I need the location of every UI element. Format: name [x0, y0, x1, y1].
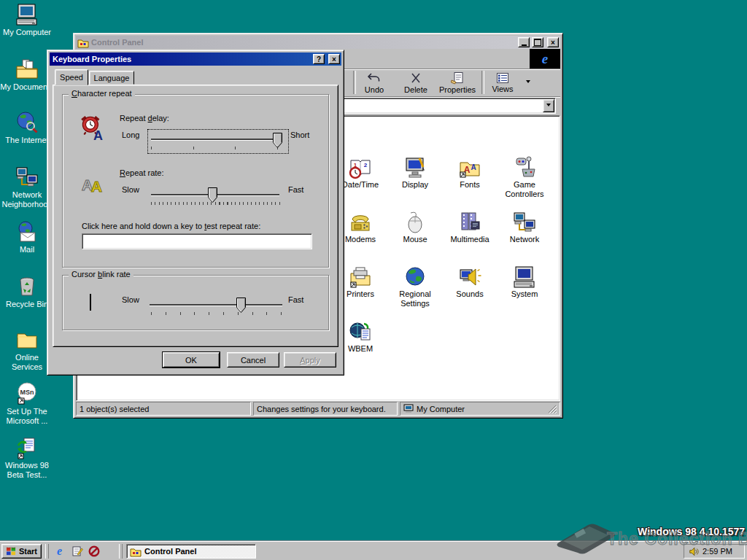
resize-grip[interactable] [548, 405, 557, 413]
window-title: Control Panel [91, 38, 516, 47]
desktop-icon-setup-msn[interactable]: MSn Set Up The Microsoft ... [0, 382, 54, 426]
close-button[interactable]: × [547, 37, 559, 47]
control-panel-folder-icon [130, 546, 142, 557]
slider-tick [193, 147, 194, 149]
repeat-rate-min-label: Slow [122, 185, 139, 194]
clock[interactable]: 2:59 PM [703, 547, 732, 556]
views-label: Views [492, 85, 513, 93]
views-button[interactable]: Views [484, 70, 521, 95]
delete-label: Delete [404, 85, 427, 94]
desktop-icon-recycle-bin[interactable]: Recycle Bin [0, 275, 54, 309]
cursor-blink-slider-thumb[interactable] [236, 298, 246, 313]
desktop-icon-label: Network Neighborhood [0, 190, 54, 209]
internet-globe-icon [15, 111, 39, 134]
keyboard-properties-dialog: Keyboard Properties ? × Speed Language C… [47, 50, 344, 376]
desktop-icon-mail[interactable]: Mail [0, 220, 54, 254]
repeat-rate-slider-thumb[interactable] [208, 187, 217, 203]
minimize-button[interactable] [518, 37, 530, 47]
cursor-blink-group: Cursor blink rate Slow Fast [62, 275, 329, 330]
system-tray: 2:59 PM [684, 544, 745, 559]
control-panel-folder-icon [77, 37, 89, 48]
delete-button[interactable]: Delete [398, 70, 434, 95]
modems-icon [349, 211, 372, 234]
minimize-icon [522, 44, 527, 46]
task-button-control-panel[interactable]: Control Panel [126, 544, 256, 559]
cp-item-label: System [511, 289, 538, 299]
quicklaunch-blocked-button[interactable] [87, 545, 101, 558]
maximize-button[interactable] [532, 37, 543, 47]
address-dropdown-button[interactable] [543, 99, 554, 112]
my-computer-icon [15, 3, 39, 26]
cancel-label: Cancel [241, 356, 266, 365]
start-label: Start [19, 547, 37, 556]
mouse-icon [403, 211, 427, 234]
cp-item-network[interactable]: Network [498, 211, 551, 244]
cp-item-system[interactable]: System [498, 265, 551, 299]
apply-button[interactable]: Apply [284, 352, 336, 368]
apply-label: Apply [300, 356, 320, 365]
cp-item-multimedia[interactable]: Multimedia [443, 211, 497, 244]
start-button[interactable]: Start [1, 544, 42, 559]
dialog-titlebar[interactable]: Keyboard Properties ? × [50, 52, 341, 66]
taskbar-grip[interactable] [45, 544, 49, 559]
test-repeat-input[interactable] [82, 233, 312, 249]
undo-button[interactable]: Undo [357, 70, 392, 95]
desktop-icon-my-documents[interactable]: My Documents [0, 58, 54, 92]
slider-tick [235, 147, 236, 149]
svg-text:2: 2 [364, 162, 368, 168]
repeat-delay-slider-thumb[interactable] [273, 133, 282, 148]
cancel-button[interactable]: Cancel [227, 352, 279, 368]
desktop-icon-network-neighborhood[interactable]: Network Neighborhood [0, 166, 54, 209]
cp-item-mouse[interactable]: Mouse [388, 211, 442, 244]
desktop-icon-the-internet[interactable]: The Internet [0, 111, 54, 145]
undo-icon [367, 71, 382, 85]
svg-text:A: A [91, 178, 102, 195]
desktop-icon-label: The Internet [5, 136, 48, 145]
views-icon [496, 72, 509, 84]
cursor-blink-slider-track[interactable] [150, 304, 282, 306]
dialog-close-button[interactable]: × [328, 54, 340, 64]
cp-item-regional-settings[interactable]: Regional Settings [388, 265, 442, 308]
properties-button[interactable]: Properties [436, 70, 479, 95]
views-dropdown-button[interactable] [522, 70, 534, 95]
task-button-label: Control Panel [144, 547, 197, 556]
cursor-blink-min-label: Slow [122, 295, 139, 304]
quicklaunch-channels-button[interactable] [70, 545, 84, 558]
window-titlebar[interactable]: Control Panel × [76, 36, 560, 49]
status-text: 1 object(s) selected [80, 405, 149, 413]
close-icon: × [551, 39, 555, 47]
desktop-icon-online-services[interactable]: Online Services [0, 328, 54, 372]
chevron-down-icon [546, 104, 551, 109]
tab-speed[interactable]: Speed [55, 69, 88, 85]
regional-settings-icon [403, 265, 427, 289]
quicklaunch-ie-button[interactable]: e [53, 545, 66, 558]
tab-language[interactable]: Language [89, 71, 134, 85]
ie-icon: e [57, 545, 62, 558]
taskbar-grip[interactable] [119, 544, 123, 559]
cp-item-sounds[interactable]: Sounds [443, 265, 497, 299]
no-entry-icon [88, 545, 100, 557]
ie-logo-icon: e [542, 51, 548, 67]
document-pencil-icon [71, 545, 83, 557]
desktop: { "icon_glyphs": { "ie": "e", "msn": "MS… [0, 0, 747, 560]
ok-button[interactable]: OK [163, 352, 220, 368]
cursor-blink-slider-ticks [151, 312, 282, 315]
volume-icon[interactable] [689, 547, 699, 556]
cp-item-display[interactable]: Display [388, 156, 442, 190]
character-repeat-legend: Character repeat [69, 89, 135, 98]
repeat-delay-slider-track[interactable] [151, 139, 282, 140]
desktop-icon-label: Online Services [0, 353, 54, 372]
svg-text:A: A [471, 163, 476, 171]
help-icon: ? [317, 55, 321, 63]
cp-item-label: WBEM [348, 344, 373, 354]
multimedia-icon [458, 211, 481, 234]
cp-item-game-controllers[interactable]: Game Controllers [498, 156, 551, 199]
help-button[interactable]: ? [313, 54, 325, 64]
desktop-icon-my-computer[interactable]: My Computer [0, 3, 54, 37]
toolbar-separator [353, 71, 356, 94]
windows-version-text: Windows 98 4.10.1577 [638, 526, 745, 537]
desktop-icon-win98-beta[interactable]: Windows 98 Beta Test... [0, 436, 54, 480]
slider-tick [151, 147, 152, 149]
cp-item-fonts[interactable]: AA Fonts [443, 156, 497, 190]
status-pane-zone: My Computer [400, 402, 560, 416]
